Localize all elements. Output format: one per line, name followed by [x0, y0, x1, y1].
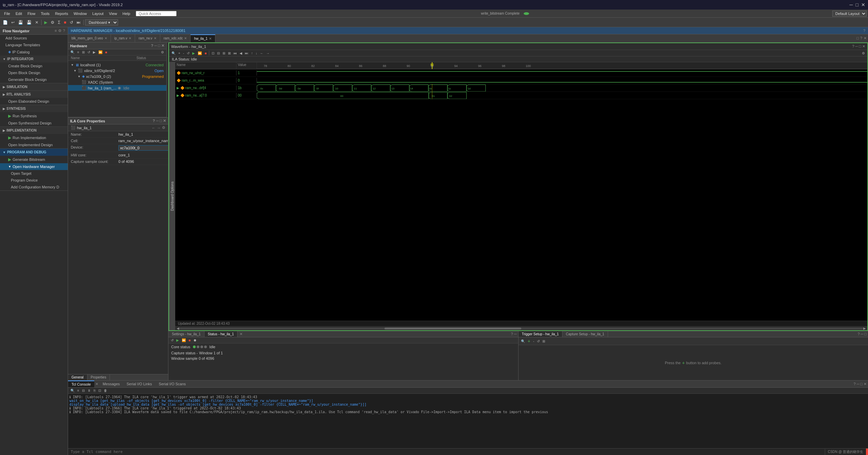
- localhost-expand[interactable]: ▼: [71, 63, 74, 67]
- new-file-button[interactable]: 📄: [1, 19, 9, 26]
- status-panel-help[interactable]: ?: [511, 332, 513, 336]
- status-panel-minimize[interactable]: ─: [514, 332, 517, 336]
- console-tab-messages[interactable]: Messages: [99, 381, 123, 387]
- hw-item-hw-ila-1[interactable]: ⬛ hw_ila_1 (ram_... ◉ Idle: [68, 85, 166, 91]
- wf-go-prev[interactable]: ◀: [239, 51, 243, 55]
- sidebar-item-generate-bitstream[interactable]: ▶ Generate Bitstream: [0, 156, 68, 163]
- ila-props-close[interactable]: ✕: [163, 119, 166, 123]
- wf-stop[interactable]: ■: [203, 51, 208, 55]
- trigger-search[interactable]: 🔍: [520, 338, 526, 344]
- menu-help[interactable]: Help: [120, 11, 133, 16]
- settings-tab[interactable]: Settings - hw_ila_1: [168, 331, 204, 337]
- status-play[interactable]: ▶: [175, 338, 180, 342]
- titlebar-controls[interactable]: ─ □ ✕: [850, 2, 865, 7]
- reset-button[interactable]: ↺: [68, 19, 75, 26]
- console-tab-serial-scans[interactable]: Serial I/O Scans: [155, 381, 189, 387]
- sidebar-item-language-templates[interactable]: Language Templates: [0, 41, 68, 48]
- console-maximize[interactable]: □: [860, 382, 863, 386]
- dashboard-sidebar[interactable]: Dashboard Options: [169, 62, 175, 330]
- hw-collapse-all[interactable]: ≡: [76, 50, 80, 54]
- wf-settings[interactable]: ⚙: [861, 51, 866, 55]
- flow-nav-settings[interactable]: ⚙: [58, 29, 62, 33]
- wf-refresh[interactable]: ↺: [186, 51, 191, 55]
- wf-close[interactable]: ✕: [862, 44, 865, 49]
- save-all-button[interactable]: 💾: [25, 19, 33, 26]
- xc7-expand[interactable]: ▼: [78, 75, 81, 78]
- menu-file[interactable]: File: [1, 11, 13, 16]
- tcl-tab-close[interactable]: ✕: [94, 381, 99, 387]
- ip-integrator-header[interactable]: ▼ IP INTEGRATOR: [0, 55, 68, 63]
- menu-tools[interactable]: Tools: [38, 11, 52, 16]
- stop-button[interactable]: ■: [62, 19, 67, 26]
- sidebar-item-run-implementation[interactable]: ▶ Run Implementation: [0, 134, 68, 141]
- sidebar-item-add-config-memory[interactable]: Add Configuration Memory D: [0, 184, 68, 190]
- con-copy[interactable]: ⎘: [93, 388, 97, 393]
- scroll-left-btn[interactable]: ◀: [177, 326, 179, 330]
- status-fast-fwd[interactable]: ⏩: [181, 338, 187, 342]
- con-clear[interactable]: 🗑: [103, 388, 108, 393]
- sidebar-item-open-target[interactable]: Open Target: [0, 170, 68, 177]
- sidebar-item-add-sources[interactable]: Add Sources: [0, 35, 68, 41]
- settings-button[interactable]: ⚙: [49, 19, 56, 26]
- status-refresh[interactable]: ↺: [170, 338, 175, 342]
- tab-ip-ram-close[interactable]: ✕: [129, 36, 131, 40]
- scroll-track[interactable]: [179, 327, 863, 330]
- trigger-maximize[interactable]: □: [864, 332, 867, 336]
- menu-view[interactable]: View: [106, 11, 120, 16]
- hw-item-localhost[interactable]: ▼ 🖥 localhost (1) Connected: [68, 62, 166, 68]
- trigger-remove[interactable]: -: [532, 338, 535, 344]
- hw-forward[interactable]: ▶: [92, 50, 97, 54]
- sidebar-item-run-synthesis[interactable]: ▶ Run Synthesis: [0, 112, 68, 120]
- dashboard-dropdown[interactable]: Dashboard ▾: [85, 19, 118, 26]
- wf-zoom-fit[interactable]: ⊡: [211, 51, 215, 55]
- hw-item-xadc[interactable]: ⬛ XADC (System: [68, 79, 166, 85]
- wf-fast-forward[interactable]: ⏩: [197, 51, 203, 55]
- wf-go-next-edge[interactable]: ⏭: [244, 51, 249, 55]
- wf-minimize[interactable]: ─: [855, 44, 858, 49]
- sidebar-item-create-block-design[interactable]: Create Block Design: [0, 63, 68, 69]
- wf-cursor-l[interactable]: ←: [259, 51, 264, 55]
- minimize-button[interactable]: ─: [850, 2, 853, 7]
- sidebar-item-open-hardware-manager[interactable]: ▼ Open Hardware Manager: [0, 163, 68, 170]
- tab-ram-xdc[interactable]: ram_xdc.xdc ✕: [160, 34, 191, 42]
- xilinx-expand[interactable]: ▼: [73, 69, 77, 72]
- run-button[interactable]: ▶: [43, 19, 49, 26]
- scroll-thumb[interactable]: [384, 327, 521, 330]
- hw-expand-all[interactable]: ⊞: [81, 50, 86, 54]
- save-button[interactable]: 💾: [17, 19, 24, 26]
- con-pause[interactable]: ⏸: [86, 388, 92, 393]
- tab-ram-rw[interactable]: ram_rw.v ✕: [135, 34, 160, 42]
- menu-window[interactable]: Window: [71, 11, 89, 16]
- con-all[interactable]: ≡: [76, 388, 80, 393]
- wf-maximize[interactable]: □: [859, 44, 861, 49]
- tab-maximize[interactable]: □: [856, 36, 859, 40]
- sidebar-item-open-synthesized-design[interactable]: Open Synthesized Design: [0, 120, 68, 127]
- sidebar-item-ip-catalog[interactable]: ◈ IP Catalog: [0, 48, 68, 55]
- trigger-extra[interactable]: ⊞: [541, 338, 546, 344]
- scroll-right-btn[interactable]: ▶: [863, 326, 866, 330]
- hw-maximize[interactable]: □: [158, 44, 160, 48]
- hw-settings[interactable]: ⚙: [160, 50, 165, 54]
- wf-next-cursor[interactable]: ↓: [255, 51, 258, 55]
- menu-edit[interactable]: Edit: [13, 11, 25, 16]
- hw-close[interactable]: ✕: [161, 44, 164, 48]
- hw-fast-forward[interactable]: ⏩: [97, 50, 103, 54]
- tab-ip-ram[interactable]: ip_ram.v ✕: [111, 34, 135, 42]
- trigger-help[interactable]: ?: [857, 332, 859, 336]
- status-stop[interactable]: ■: [187, 338, 192, 342]
- hw-refresh[interactable]: ↺: [86, 50, 91, 54]
- con-collapse[interactable]: ⊟: [81, 388, 86, 393]
- trigger-setup-tab[interactable]: Trigger Setup - hw_ila_1: [519, 331, 563, 337]
- wf-help[interactable]: ?: [852, 44, 854, 49]
- tab-close-all[interactable]: ✕: [864, 36, 867, 40]
- tab-ram-rw-close[interactable]: ✕: [154, 36, 157, 40]
- console-close[interactable]: ✕: [864, 382, 867, 386]
- trigger-refresh[interactable]: ↺: [536, 338, 541, 344]
- flow-nav-help[interactable]: ?: [63, 29, 65, 33]
- quick-access-input[interactable]: [136, 11, 177, 16]
- console-tab-tcl[interactable]: Tcl Console: [68, 381, 94, 387]
- menu-reports[interactable]: Reports: [52, 11, 71, 16]
- props-tab-properties[interactable]: Properties: [87, 374, 110, 380]
- hw-minimize[interactable]: ─: [154, 44, 157, 48]
- tab-help[interactable]: ?: [860, 36, 862, 40]
